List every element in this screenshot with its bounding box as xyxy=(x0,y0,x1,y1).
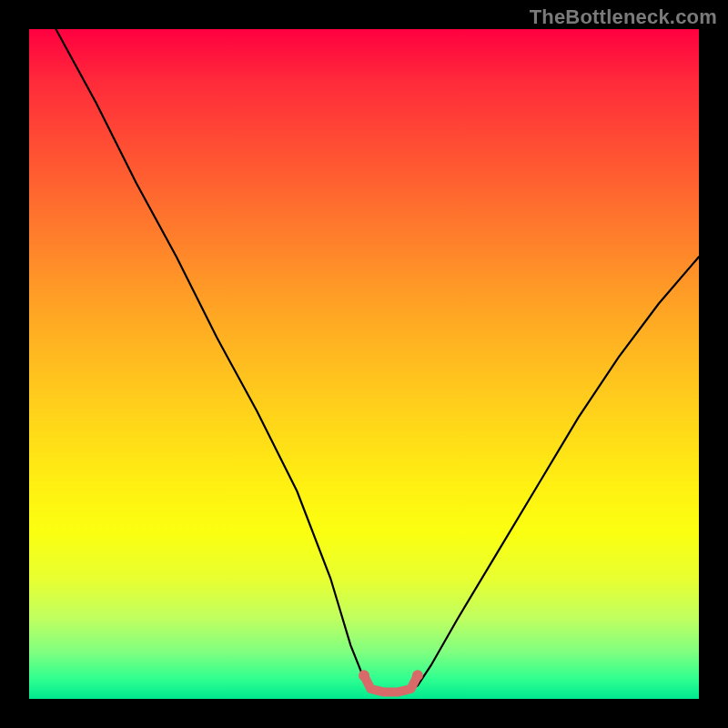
bottleneck-curve xyxy=(56,29,699,693)
chart-svg xyxy=(29,29,699,699)
marker-dot-right xyxy=(412,670,423,681)
plot-area xyxy=(29,29,699,699)
chart-frame: TheBottleneck.com xyxy=(0,0,728,728)
marker-dot-left xyxy=(359,670,369,681)
bottom-marker xyxy=(364,675,418,692)
watermark-text: TheBottleneck.com xyxy=(530,5,717,29)
